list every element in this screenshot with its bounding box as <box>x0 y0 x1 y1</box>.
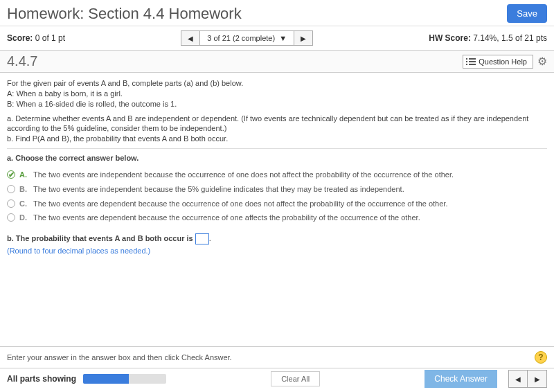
event-a: A: When a baby is born, it is a girl. <box>7 89 547 99</box>
choice-b-label: B. <box>19 184 29 195</box>
question-position-dropdown[interactable]: 3 of 21 (2 complete) ▼ <box>200 30 294 46</box>
choice-a-label: A. <box>19 170 29 180</box>
choice-b-text: The two events are independent because t… <box>33 184 547 195</box>
part-b-period: . <box>209 234 211 242</box>
footer-prev-button[interactable]: ◀ <box>508 370 528 388</box>
choice-c-label: C. <box>19 199 29 209</box>
score-value: 0 of 1 pt <box>35 33 65 43</box>
answer-choices: ✔ A. The two events are independent beca… <box>7 168 547 225</box>
divider <box>7 148 547 149</box>
choice-d-text: The two events are dependent because the… <box>33 213 547 223</box>
next-question-button[interactable]: ▶ <box>294 30 313 46</box>
part-a-question: a. Determine whether events A and B are … <box>7 114 547 134</box>
radio-c[interactable] <box>7 199 15 208</box>
question-nav: ◀ 3 of 21 (2 complete) ▼ ▶ <box>181 30 313 46</box>
choice-d-label: D. <box>19 213 29 223</box>
choice-d[interactable]: D. The two events are dependent because … <box>7 211 547 225</box>
radio-a[interactable]: ✔ <box>7 170 15 179</box>
hw-score-value: 7.14%, 1.5 of 21 pts <box>473 33 547 43</box>
chevron-down-icon: ▼ <box>279 34 287 42</box>
hw-score-label: HW Score: <box>429 33 471 43</box>
radio-d[interactable] <box>7 213 15 222</box>
progress-bar <box>83 374 166 384</box>
check-answer-button[interactable]: Check Answer <box>425 370 497 388</box>
choice-c-text: The two events are dependent because the… <box>33 199 547 209</box>
clear-all-button[interactable]: Clear All <box>271 371 320 386</box>
parts-status: All parts showing <box>7 374 76 384</box>
choice-c[interactable]: C. The two events are dependent because … <box>7 197 547 211</box>
choice-b[interactable]: B. The two events are independent becaus… <box>7 182 547 197</box>
save-button[interactable]: Save <box>507 4 547 23</box>
problem-statement: For the given pair of events A and B, co… <box>7 78 547 109</box>
choice-a-text: The two events are independent because t… <box>33 170 547 180</box>
nav-info-text: 3 of 21 (2 complete) <box>207 34 275 42</box>
part-b: b. The probability that events A and B b… <box>7 233 547 256</box>
question-number: 4.4.7 <box>7 53 37 69</box>
prev-question-button[interactable]: ◀ <box>181 30 200 46</box>
score-display: Score: 0 of 1 pt <box>7 33 65 43</box>
problem-questions: a. Determine whether events A and B are … <box>7 114 547 145</box>
part-b-question: b. Find P(A and B), the probability that… <box>7 134 547 144</box>
hw-score-display: HW Score: 7.14%, 1.5 of 21 pts <box>429 33 547 43</box>
choice-a[interactable]: ✔ A. The two events are independent beca… <box>7 168 547 182</box>
event-b: B: When a 16-sided die is rolled, the ou… <box>7 99 547 109</box>
score-label: Score: <box>7 33 33 43</box>
footer-next-button[interactable]: ▶ <box>528 370 547 388</box>
gear-icon[interactable]: ⚙ <box>537 55 547 68</box>
question-help-label: Question Help <box>479 57 527 66</box>
help-icon[interactable]: ? <box>535 351 547 364</box>
rounding-hint: (Round to four decimal places as needed.… <box>7 246 547 256</box>
part-a-prompt: a. Choose the correct answer below. <box>7 153 547 163</box>
radio-b[interactable] <box>7 185 15 193</box>
problem-intro: For the given pair of events A and B, co… <box>7 78 547 89</box>
list-icon <box>469 58 476 65</box>
page-title: Homework: Section 4.4 Homework <box>7 5 242 23</box>
part-b-text: b. The probability that events A and B b… <box>7 234 195 242</box>
footer-instruction: Enter your answer in the answer box and … <box>7 353 232 362</box>
question-help-button[interactable]: Question Help <box>463 55 533 69</box>
probability-input[interactable] <box>195 233 209 244</box>
